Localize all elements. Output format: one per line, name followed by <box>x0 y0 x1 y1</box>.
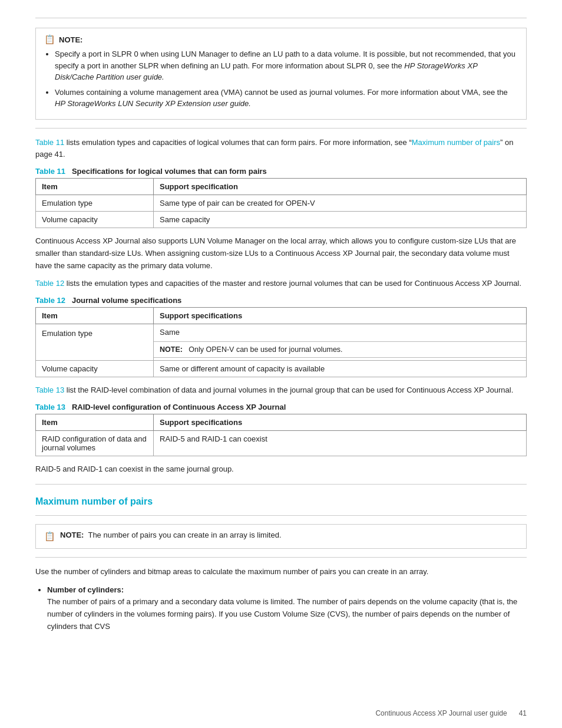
table12-row2-support: Same or different amount of capacity is … <box>154 361 527 377</box>
table13-col2-header: Support specifications <box>154 414 527 431</box>
footer-page: 41 <box>519 709 527 717</box>
para-1: Table 11 lists emulation types and capac… <box>35 137 527 162</box>
table11-caption: Table 11 Specifications for logical volu… <box>35 167 527 176</box>
para-6: Use the number of cylinders and bitmap a… <box>35 566 527 578</box>
table12-caption-text: Journal volume specifications <box>68 296 182 305</box>
section-heading: Maximum number of pairs <box>35 496 527 507</box>
bullet-list: Number of cylinders: The number of pairs… <box>35 584 527 633</box>
table11-header-row: Item Support specification <box>36 179 527 195</box>
page: 📋 NOTE: Specify a port in SLPR 0 when us… <box>0 0 562 728</box>
table13-row1-support: RAID-5 and RAID-1 can coexist <box>154 431 527 456</box>
note-italic-2: HP StorageWorks LUN Security XP Extensio… <box>55 99 251 108</box>
list-item: Number of cylinders: The number of pairs… <box>47 584 527 633</box>
note-icon-2: 📋 <box>44 529 55 543</box>
note2-label: NOTE: The number of pairs you can create… <box>60 529 282 542</box>
table11-label: Table 11 <box>35 167 65 176</box>
para-1-text: lists emulation types and capacities of … <box>35 138 513 159</box>
table-11: Item Support specification Emulation typ… <box>35 178 527 228</box>
table11-row2-support: Same capacity <box>154 212 527 228</box>
table13-row1-item: RAID configuration of data and journal v… <box>36 431 154 456</box>
divider-4 <box>35 557 527 558</box>
para-4-text: list the RAID-level combination of data … <box>64 386 513 394</box>
link-table13[interactable]: Table 13 <box>35 386 64 394</box>
table13-caption-text: RAID-level configuration of Continuous A… <box>68 403 286 411</box>
inline-note-text: Only OPEN-V can be used for journal volu… <box>184 345 342 354</box>
note-label-1: 📋 NOTE: <box>44 34 518 45</box>
table11-col1-header: Item <box>36 179 154 195</box>
link-max-pairs[interactable]: Maximum number of pairs <box>412 138 500 147</box>
table12-inline-note: NOTE: Only OPEN-V can be used for journa… <box>154 341 526 358</box>
table-13: Item Support specifications RAID configu… <box>35 414 527 456</box>
table12-row1-item: Emulation type <box>36 324 154 361</box>
note2-keyword: NOTE: <box>60 531 84 539</box>
note-block-1: 📋 NOTE: Specify a port in SLPR 0 when us… <box>35 28 527 120</box>
note-item-1: Specify a port in SLPR 0 when using LUN … <box>55 48 518 83</box>
table13-header-row: Item Support specifications <box>36 414 527 431</box>
note-keyword-1: NOTE: <box>59 35 82 44</box>
divider-1 <box>35 128 527 129</box>
para-2: Continuous Access XP Journal also suppor… <box>35 235 527 272</box>
footer-title: Continuous Access XP Journal user guide <box>375 709 507 717</box>
table11-row1-item: Emulation type <box>36 195 154 212</box>
table-row: Volume capacity Same or different amount… <box>36 361 527 377</box>
page-footer: Continuous Access XP Journal user guide … <box>375 709 527 717</box>
link-table12[interactable]: Table 12 <box>35 279 64 288</box>
note-icon-1: 📋 <box>44 34 55 45</box>
para-5: RAID-5 and RAID-1 can coexist in the sam… <box>35 463 527 476</box>
note-block-2: 📋 NOTE: The number of pairs you can crea… <box>35 524 527 549</box>
table12-caption: Table 12 Journal volume specifications <box>35 296 527 305</box>
table12-col1-header: Item <box>36 308 154 324</box>
table12-row2-item: Volume capacity <box>36 361 154 377</box>
table12-header-row: Item Support specifications <box>36 308 527 324</box>
table11-row1-support: Same type of pair can be created for OPE… <box>154 195 527 212</box>
top-divider <box>35 18 527 18</box>
para-3: Table 12 lists the emulation types and c… <box>35 278 527 290</box>
inline-note-keyword: NOTE: <box>160 345 183 354</box>
table12-col2-header: Support specifications <box>154 308 527 324</box>
table11-caption-text: Specifications for logical volumes that … <box>68 167 267 176</box>
divider-2 <box>35 484 527 485</box>
table13-caption: Table 13 RAID-level configuration of Con… <box>35 403 527 411</box>
note-italic-1: HP StorageWorks XP Disk/Cache Partition … <box>55 61 477 82</box>
bullet-item1-text: The number of pairs of a primary and a s… <box>47 597 517 631</box>
note-item-2: Volumes containing a volume management a… <box>55 87 518 110</box>
table11-row2-item: Volume capacity <box>36 212 154 228</box>
table13-col1-header: Item <box>36 414 154 431</box>
table-row: RAID configuration of data and journal v… <box>36 431 527 456</box>
bullet-item1-label: Number of cylinders: <box>47 585 124 594</box>
link-table11[interactable]: Table 11 <box>35 138 64 147</box>
table11-col2-header: Support specification <box>154 179 527 195</box>
table12-label: Table 12 <box>35 296 65 305</box>
para-3-text: lists the emulation types and capacities… <box>64 279 521 288</box>
table-row: Emulation type Same NOTE: Only OPEN-V ca… <box>36 324 527 361</box>
table-12: Item Support specifications Emulation ty… <box>35 307 527 377</box>
table-row: Emulation type Same type of pair can be … <box>36 195 527 212</box>
note2-text: The number of pairs you can create in an… <box>88 531 281 539</box>
divider-3 <box>35 515 527 516</box>
table12-row1-support-text: Same <box>154 324 526 339</box>
table-row: Volume capacity Same capacity <box>36 212 527 228</box>
para-4: Table 13 list the RAID-level combination… <box>35 384 527 397</box>
table12-row1-support: Same NOTE: Only OPEN-V can be used for j… <box>154 324 527 361</box>
table13-label: Table 13 <box>35 403 65 411</box>
note-list-1: Specify a port in SLPR 0 when using LUN … <box>44 48 518 110</box>
